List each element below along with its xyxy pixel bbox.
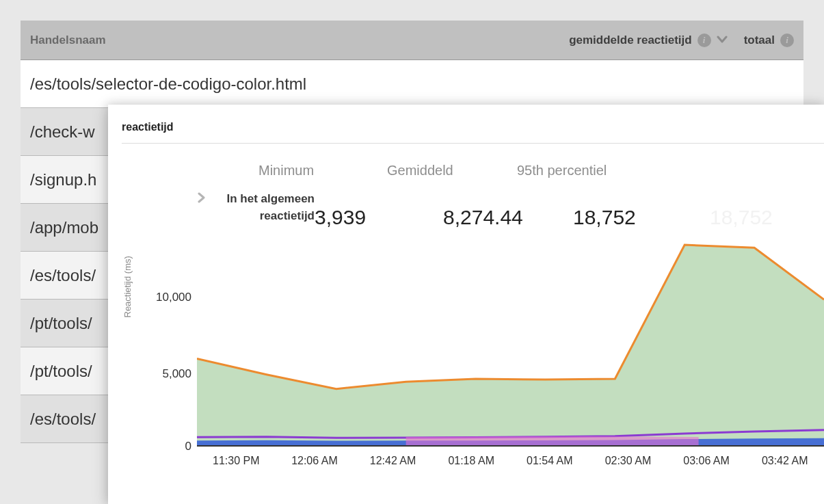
info-icon[interactable]: i [697, 34, 711, 47]
row-path: /es/tools/ [30, 266, 96, 285]
row-path: /signup.h [30, 170, 96, 189]
x-tick: 02:30 AM [589, 455, 667, 467]
table-header: Handelsnaam gemiddelde reactietijd i tot… [21, 21, 803, 60]
chevron-down-icon[interactable] [717, 34, 728, 47]
stat-head-p95: 95th percentiel [517, 163, 654, 178]
x-tick: 11:30 PM [197, 455, 276, 467]
col-total-header: totaal i [744, 34, 794, 47]
plot-area [197, 230, 824, 447]
y-tick: 10,000 [150, 291, 191, 304]
response-chart: Reactietijd (ms) 10,000 5,000 0 11:30 PM… [131, 230, 824, 477]
col-metric-header[interactable]: gemiddelde reactietijd i [569, 34, 728, 47]
x-tick: 03:42 AM [745, 455, 824, 467]
popover-title: reactietijd [122, 121, 824, 133]
row-path: /app/mob [30, 218, 98, 237]
info-icon[interactable]: i [780, 34, 794, 47]
x-tick: 01:54 AM [511, 455, 589, 467]
stat-head-avg: Gemiddeld [387, 163, 517, 178]
metric-label: gemiddelde reactietijd [569, 34, 692, 47]
overall-label: In het algemeen reactietijd [212, 191, 315, 224]
divider [122, 143, 824, 144]
x-tick-row: 11:30 PM12:06 AM12:42 AM01:18 AM01:54 AM… [197, 455, 824, 467]
y-tick: 5,000 [150, 367, 191, 381]
stat-avg: 8,274.44 [443, 206, 573, 229]
stat-head-min: Minimum [258, 163, 387, 178]
stat-p95: 18,752 [573, 206, 710, 229]
x-tick: 01:18 AM [432, 455, 511, 467]
chevron-right-icon[interactable] [197, 192, 207, 207]
row-path: /es/tools/selector-de-codigo-color.html [30, 75, 306, 94]
x-tick: 03:06 AM [667, 455, 746, 467]
total-label: totaal [744, 34, 775, 47]
row-path: /pt/tools/ [30, 314, 92, 333]
col-name-header: Handelsnaam [30, 34, 106, 47]
row-path: /es/tools/ [30, 410, 96, 429]
x-tick: 12:42 AM [354, 455, 432, 467]
table-row[interactable]: /es/tools/selector-de-codigo-color.html [21, 60, 803, 108]
y-tick: 0 [150, 440, 191, 453]
detail-popover: reactietijd Minimum Gemiddeld 95th perce… [108, 105, 824, 504]
row-path: /pt/tools/ [30, 362, 92, 381]
x-tick: 12:06 AM [276, 455, 354, 467]
x-axis-line [197, 445, 824, 447]
y-axis-label: Reactietijd (ms) [122, 256, 133, 317]
stat-ghost: 18,752 [710, 206, 824, 229]
stat-min: 3,939 [315, 206, 443, 229]
row-path: /check-w [30, 122, 95, 142]
